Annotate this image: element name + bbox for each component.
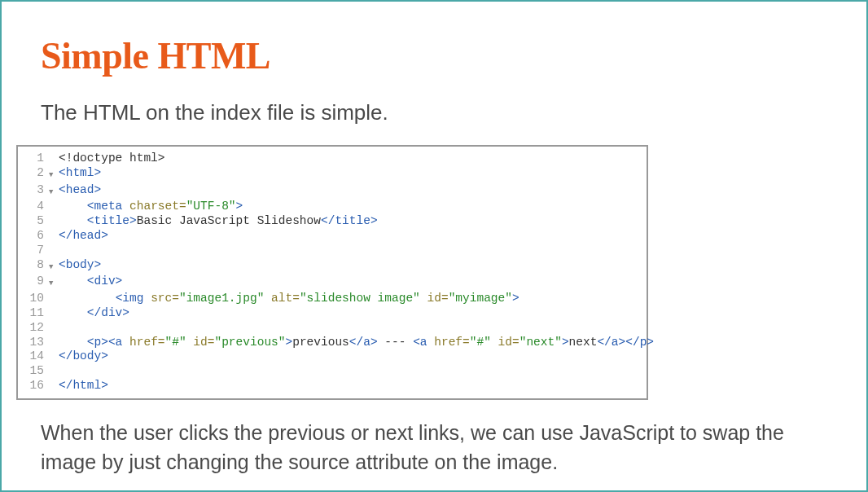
line-number: 11	[18, 306, 49, 321]
code-content: <title>Basic JavaScript Slideshow</title…	[59, 214, 647, 229]
slide-title: Simple HTML	[41, 34, 827, 77]
fold-toggle-icon[interactable]: ▼	[49, 258, 59, 275]
line-number: 16	[18, 379, 49, 393]
fold-toggle-icon	[49, 292, 59, 306]
code-line: 15	[18, 364, 647, 379]
code-line: 14</body>	[18, 349, 647, 364]
line-number: 9	[18, 275, 49, 292]
line-number: 8	[18, 258, 49, 275]
code-content: <html>	[59, 166, 647, 183]
code-line: 16</html>	[18, 379, 647, 393]
fold-toggle-icon	[49, 229, 59, 244]
code-content: <img src="image1.jpg" alt="slideshow ima…	[59, 292, 647, 306]
code-line: 8▼<body>	[18, 258, 647, 275]
code-content: <meta charset="UTF-8">	[59, 200, 647, 214]
line-number: 10	[18, 292, 49, 306]
code-line: 4 <meta charset="UTF-8">	[18, 200, 647, 214]
fold-toggle-icon[interactable]: ▼	[49, 183, 59, 200]
fold-toggle-icon	[49, 349, 59, 364]
code-content: <p><a href="#" id="previous">previous</a…	[59, 336, 654, 350]
code-content	[59, 364, 647, 379]
line-number: 14	[18, 349, 49, 364]
line-number: 4	[18, 200, 49, 214]
fold-toggle-icon	[49, 244, 59, 258]
fold-toggle-icon	[49, 306, 59, 321]
code-content: </div>	[59, 306, 647, 321]
line-number: 2	[18, 166, 49, 183]
line-number: 6	[18, 229, 49, 244]
code-content	[59, 321, 647, 336]
code-content	[59, 244, 647, 258]
code-line: 11 </div>	[18, 306, 647, 321]
fold-toggle-icon	[49, 214, 59, 229]
fold-toggle-icon[interactable]: ▼	[49, 275, 59, 292]
line-number: 13	[18, 336, 49, 350]
code-content: </html>	[59, 379, 647, 393]
line-number: 5	[18, 214, 49, 229]
code-line: 5 <title>Basic JavaScript Slideshow</tit…	[18, 214, 647, 229]
code-content: <!doctype html>	[59, 152, 647, 166]
fold-toggle-icon	[49, 321, 59, 336]
line-number: 12	[18, 321, 49, 336]
code-line: 6</head>	[18, 229, 647, 244]
line-number: 1	[18, 152, 49, 166]
footer-text: When the user clicks the previous or nex…	[41, 418, 827, 477]
line-number: 7	[18, 244, 49, 258]
slide-container: Simple HTML The HTML on the index file i…	[2, 2, 866, 492]
code-line: 10 <img src="image1.jpg" alt="slideshow …	[18, 292, 647, 306]
code-content: </body>	[59, 349, 647, 364]
code-content: <div>	[59, 275, 647, 292]
fold-toggle-icon[interactable]: ▼	[49, 166, 59, 183]
code-line: 3▼<head>	[18, 183, 647, 200]
code-line: 9▼ <div>	[18, 275, 647, 292]
code-content: </head>	[59, 229, 647, 244]
fold-toggle-icon	[49, 364, 59, 379]
code-line: 13 <p><a href="#" id="previous">previous…	[18, 336, 647, 350]
code-content: <body>	[59, 258, 647, 275]
fold-toggle-icon	[49, 200, 59, 214]
line-number: 15	[18, 364, 49, 379]
code-line: 7	[18, 244, 647, 258]
fold-toggle-icon	[49, 379, 59, 393]
intro-text: The HTML on the index file is simple.	[41, 100, 827, 125]
code-line: 12	[18, 321, 647, 336]
code-content: <head>	[59, 183, 647, 200]
code-editor-box: 1<!doctype html>2▼<html>3▼<head>4 <meta …	[16, 145, 648, 400]
line-number: 3	[18, 183, 49, 200]
fold-toggle-icon	[49, 152, 59, 166]
code-line: 1<!doctype html>	[18, 152, 647, 166]
code-line: 2▼<html>	[18, 166, 647, 183]
fold-toggle-icon	[49, 336, 59, 350]
